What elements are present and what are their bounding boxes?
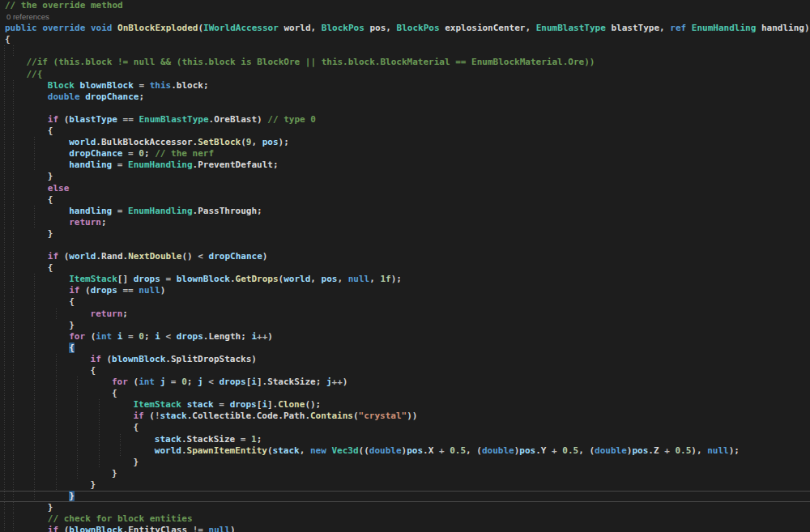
token-punctuation: } <box>48 228 53 239</box>
token-keyword: double <box>369 445 402 456</box>
code-line-text: // check for block entities <box>0 513 193 525</box>
token-member: EntityClass <box>128 525 187 532</box>
token-type: EnumHandling <box>692 23 756 33</box>
token-type: ItemStack <box>69 274 117 284</box>
code-line[interactable]: world.SpawnItemEntity(stack, new Vec3d((… <box>0 445 810 457</box>
code-line[interactable]: } <box>0 479 810 491</box>
token-control-keyword: if <box>133 411 143 421</box>
code-line[interactable]: ItemStack[] drops = blownBlock.GetDrops(… <box>0 274 810 285</box>
code-line[interactable]: Block blownBlock = this.block; <box>0 80 810 92</box>
code-line[interactable]: { <box>0 34 810 45</box>
token-operator: ++ <box>332 377 343 387</box>
token-variable: drops <box>134 274 160 284</box>
token-keyword: null <box>139 285 160 296</box>
code-line[interactable]: // the override method <box>0 0 810 11</box>
token-control-keyword: if <box>69 285 79 296</box>
code-line[interactable]: stack.StackSize = 1; <box>0 434 810 445</box>
token-operator: == <box>117 114 139 125</box>
code-line[interactable]: { <box>0 126 810 137</box>
code-line[interactable]: public override void OnBlockExploded(IWo… <box>0 23 810 34</box>
code-line[interactable] <box>0 103 810 114</box>
code-line[interactable]: else <box>0 183 810 194</box>
code-line[interactable]: 0 references <box>0 11 810 23</box>
token-keyword: void <box>91 23 113 33</box>
code-line[interactable] <box>0 45 810 57</box>
token-punctuation: (); <box>305 399 321 410</box>
code-line[interactable]: world.BulkBlockAccessor.SetBlock(9, pos)… <box>0 137 810 148</box>
code-line[interactable]: //{ <box>0 69 810 80</box>
token-member: world <box>284 23 310 33</box>
token-punctuation: , <box>659 23 670 33</box>
code-line-text: // the override method <box>0 0 123 11</box>
token-variable: dropChance <box>209 251 262 262</box>
code-line[interactable]: { <box>0 422 810 433</box>
code-line[interactable]: { <box>0 296 810 308</box>
code-line[interactable]: } <box>0 468 810 479</box>
token-punctuation: . <box>230 274 236 284</box>
token-keyword: int <box>139 377 155 387</box>
token-keyword: double <box>48 92 80 102</box>
token-variable: drops <box>230 399 257 410</box>
code-line[interactable]: { <box>0 388 810 399</box>
code-line[interactable]: return; <box>0 309 810 320</box>
token-punctuation: , <box>300 445 310 456</box>
token-keyword: override <box>42 23 85 33</box>
code-line[interactable]: for (int j = 0; j < drops[i].StackSize; … <box>0 377 810 388</box>
code-line[interactable] <box>0 240 810 251</box>
code-line[interactable]: if (blownBlock.SplitDropStacks) <box>0 354 810 365</box>
code-line[interactable]: dropChance = 0; // the nerf <box>0 148 810 160</box>
code-line[interactable]: handling = EnumHandling.PassThrough; <box>0 206 810 217</box>
token-string: "crystal" <box>359 411 407 421</box>
code-line[interactable]: if (!stack.Collectible.Code.Path.Contain… <box>0 411 810 422</box>
code-line[interactable]: } <box>0 171 810 182</box>
token-punctuation: ; <box>144 148 155 159</box>
code-line[interactable]: { <box>0 343 810 354</box>
code-line-text: else <box>0 183 69 194</box>
token-number: 1 <box>251 434 257 445</box>
code-line[interactable]: for (int i = 0; i < drops.Length; i++) <box>0 331 810 343</box>
codelens-references[interactable]: 0 references <box>0 12 49 21</box>
code-line[interactable]: { <box>0 262 810 274</box>
code-line[interactable]: return; <box>0 217 810 228</box>
code-line[interactable]: } <box>0 320 810 331</box>
code-line[interactable]: } <box>0 457 810 468</box>
token-keyword: double <box>595 445 627 456</box>
code-line-text: world.SpawnItemEntity(stack, new Vec3d((… <box>0 445 740 457</box>
token-punctuation: ) <box>804 23 810 33</box>
token-operator: = <box>235 434 251 445</box>
token-comment: //if (this.block != null && (this.block … <box>26 57 595 67</box>
token-punctuation: ; <box>139 92 144 102</box>
token-control-keyword: for <box>112 377 128 387</box>
token-punctuation: ( <box>58 251 69 262</box>
token-punctuation: } <box>91 479 96 490</box>
token-member: OreBlast <box>214 114 257 125</box>
token-number: 0 <box>139 331 144 342</box>
code-line[interactable]: if (blastType == EnumBlastType.OreBlast)… <box>0 114 810 126</box>
code-line[interactable]: } <box>0 502 810 513</box>
code-line[interactable]: ItemStack stack = drops[i].Clone(); <box>0 399 810 411</box>
token-number: 0.5 <box>675 445 691 456</box>
code-line[interactable]: { <box>0 194 810 206</box>
token-punctuation: ; <box>257 206 262 216</box>
code-line-text: if (world.Rand.NextDouble() < dropChance… <box>0 251 267 262</box>
token-operator: < <box>203 377 220 387</box>
token-variable: handling <box>69 206 112 216</box>
code-line-current[interactable]: } <box>0 491 810 502</box>
token-operator: = <box>214 399 230 410</box>
code-line[interactable]: //if (this.block != null && (this.block … <box>0 57 810 68</box>
token-punctuation: { <box>48 126 53 136</box>
code-line[interactable]: handling = EnumHandling.PreventDefault; <box>0 160 810 171</box>
token-punctuation: } <box>133 457 139 467</box>
code-line[interactable]: if (world.Rand.NextDouble() < dropChance… <box>0 251 810 262</box>
code-line[interactable]: } <box>0 228 810 240</box>
code-editor[interactable]: // the override method0 referencespublic… <box>0 0 810 532</box>
token-keyword: this <box>150 80 172 91</box>
code-line[interactable]: // check for block entities <box>0 513 810 525</box>
code-line[interactable]: { <box>0 365 810 377</box>
token-punctuation: ; <box>241 331 251 342</box>
code-line[interactable]: double dropChance; <box>0 92 810 103</box>
code-line-text: } <box>0 502 53 513</box>
code-line[interactable]: if (drops == null) <box>0 285 810 296</box>
token-type: Block <box>48 80 75 91</box>
code-line[interactable]: if (blownBlock.EntityClass != null) <box>0 525 810 532</box>
